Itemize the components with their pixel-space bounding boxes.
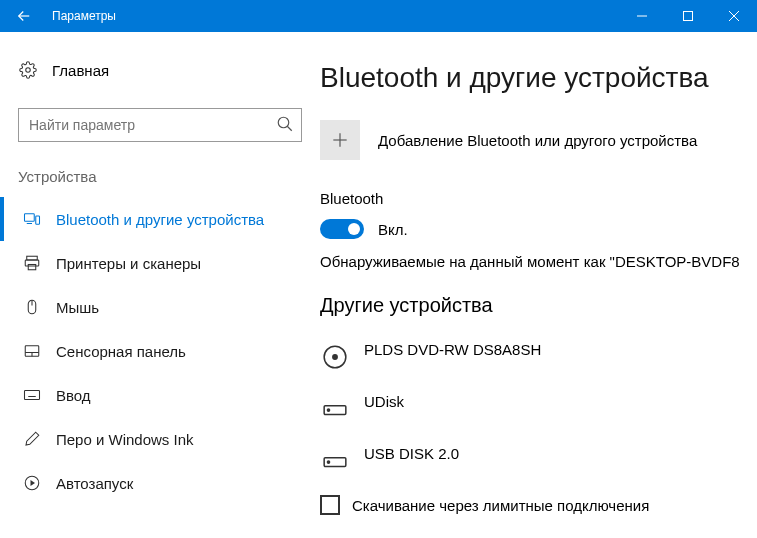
nav-label: Автозапуск bbox=[56, 475, 133, 492]
pen-icon bbox=[22, 430, 42, 448]
nav-label: Перо и Windows Ink bbox=[56, 431, 194, 448]
other-devices-heading: Другие устройства bbox=[320, 294, 757, 317]
arrow-left-icon bbox=[15, 7, 33, 25]
device-row[interactable]: USB DISK 2.0 bbox=[320, 435, 757, 487]
search-icon bbox=[276, 115, 294, 133]
nav-autoplay[interactable]: Автозапуск bbox=[0, 461, 320, 505]
nav-label: Bluetooth и другие устройства bbox=[56, 211, 264, 228]
svg-point-29 bbox=[333, 355, 337, 359]
search-input[interactable] bbox=[18, 108, 302, 142]
device-row[interactable]: PLDS DVD-RW DS8A8SH bbox=[320, 331, 757, 383]
maximize-icon bbox=[683, 11, 693, 21]
svg-rect-18 bbox=[25, 391, 40, 400]
svg-rect-12 bbox=[28, 265, 36, 270]
window-title: Параметры bbox=[52, 9, 619, 23]
nav-bluetooth[interactable]: Bluetooth и другие устройства bbox=[0, 197, 320, 241]
bluetooth-toggle[interactable] bbox=[320, 219, 364, 239]
svg-rect-1 bbox=[684, 12, 693, 21]
metered-label: Скачивание через лимитные подключения bbox=[352, 497, 649, 514]
device-row[interactable]: UDisk bbox=[320, 383, 757, 435]
device-name: USB DISK 2.0 bbox=[364, 445, 459, 478]
svg-point-5 bbox=[278, 117, 289, 128]
back-button[interactable] bbox=[0, 0, 48, 32]
metered-row: Скачивание через лимитные подключения bbox=[320, 495, 757, 515]
touchpad-icon bbox=[22, 342, 42, 360]
category-label: Устройства bbox=[0, 168, 320, 185]
home-label: Главная bbox=[52, 62, 109, 79]
printer-icon bbox=[22, 254, 42, 272]
autoplay-icon bbox=[22, 474, 42, 492]
nav-pen[interactable]: Перо и Windows Ink bbox=[0, 417, 320, 461]
drive-icon bbox=[320, 448, 350, 474]
nav-touchpad[interactable]: Сенсорная панель bbox=[0, 329, 320, 373]
svg-point-4 bbox=[26, 68, 31, 73]
nav-typing[interactable]: Ввод bbox=[0, 373, 320, 417]
close-icon bbox=[729, 11, 739, 21]
titlebar: Параметры bbox=[0, 0, 757, 32]
toggle-state-label: Вкл. bbox=[378, 221, 408, 238]
nav-label: Мышь bbox=[56, 299, 99, 316]
content: Bluetooth и другие устройства Добавление… bbox=[320, 32, 757, 538]
close-button[interactable] bbox=[711, 0, 757, 32]
bluetooth-label: Bluetooth bbox=[320, 190, 757, 207]
device-name: PLDS DVD-RW DS8A8SH bbox=[364, 341, 541, 374]
svg-marker-25 bbox=[31, 480, 36, 486]
svg-rect-7 bbox=[25, 214, 35, 222]
svg-rect-8 bbox=[36, 216, 40, 224]
discoverable-text: Обнаруживаемые на данный момент как "DES… bbox=[320, 253, 757, 270]
minimize-button[interactable] bbox=[619, 0, 665, 32]
svg-rect-11 bbox=[25, 260, 39, 266]
window-controls bbox=[619, 0, 757, 32]
home-nav[interactable]: Главная bbox=[0, 50, 320, 90]
gear-icon bbox=[18, 61, 38, 79]
nav-label: Сенсорная панель bbox=[56, 343, 186, 360]
sidebar: Главная Устройства Bluetooth и другие ус… bbox=[0, 32, 320, 538]
disc-icon bbox=[320, 344, 350, 370]
metered-checkbox[interactable] bbox=[320, 495, 340, 515]
devices-icon bbox=[22, 210, 42, 228]
keyboard-icon bbox=[22, 386, 42, 404]
nav-mouse[interactable]: Мышь bbox=[0, 285, 320, 329]
page-title: Bluetooth и другие устройства bbox=[320, 62, 757, 94]
mouse-icon bbox=[22, 298, 42, 316]
drive-icon bbox=[320, 396, 350, 422]
minimize-icon bbox=[637, 11, 647, 21]
svg-point-31 bbox=[327, 409, 329, 411]
nav-label: Ввод bbox=[56, 387, 91, 404]
svg-rect-10 bbox=[27, 256, 38, 260]
nav-label: Принтеры и сканеры bbox=[56, 255, 201, 272]
toggle-knob bbox=[348, 223, 360, 235]
add-device-label: Добавление Bluetooth или другого устройс… bbox=[378, 132, 697, 149]
bluetooth-toggle-row: Вкл. bbox=[320, 219, 757, 239]
add-device-button[interactable]: Добавление Bluetooth или другого устройс… bbox=[320, 120, 757, 160]
maximize-button[interactable] bbox=[665, 0, 711, 32]
search-container bbox=[18, 108, 302, 142]
svg-line-6 bbox=[287, 126, 292, 131]
svg-point-33 bbox=[327, 461, 329, 463]
plus-icon bbox=[320, 120, 360, 160]
device-name: UDisk bbox=[364, 393, 404, 426]
nav-printers[interactable]: Принтеры и сканеры bbox=[0, 241, 320, 285]
